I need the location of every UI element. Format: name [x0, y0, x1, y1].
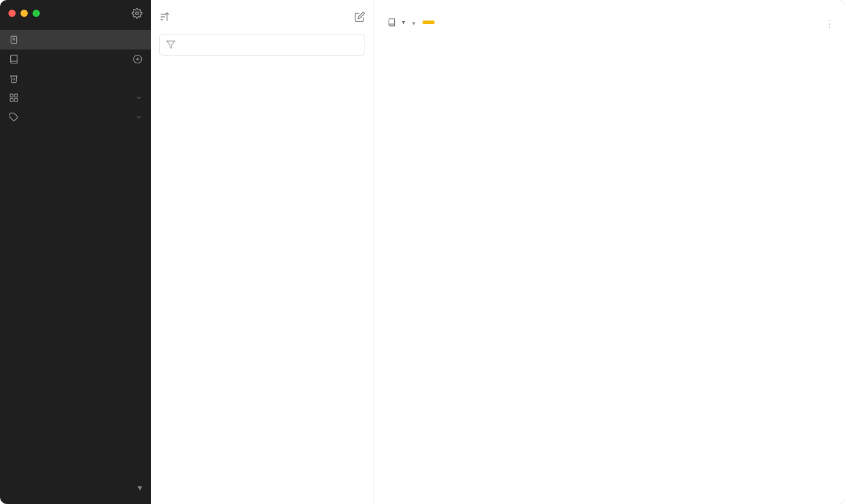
svg-point-0	[136, 12, 139, 15]
svg-rect-10	[14, 98, 18, 101]
sort-icon[interactable]	[159, 11, 170, 22]
window-controls	[0, 0, 151, 27]
code-editor[interactable]	[374, 34, 845, 504]
svg-rect-7	[10, 94, 13, 97]
book-icon	[8, 54, 19, 64]
tag-icon	[8, 112, 19, 122]
gear-icon[interactable]	[132, 8, 142, 19]
editor-tag-pill[interactable]	[422, 21, 435, 24]
status-selector[interactable]: ▾	[412, 17, 415, 27]
note-icon	[8, 35, 19, 45]
notebook-selector[interactable]: ▾	[387, 18, 405, 27]
chevron-down-icon	[135, 113, 142, 121]
close-window-button[interactable]	[8, 10, 16, 17]
nav-tree	[0, 27, 151, 476]
maximize-window-button[interactable]	[33, 10, 40, 17]
editor-title[interactable]	[374, 0, 845, 17]
chevron-down-icon	[135, 94, 142, 101]
sidebar-tags[interactable]	[0, 107, 151, 127]
sidebar-notebooks[interactable]	[0, 49, 151, 69]
sidebar-status[interactable]	[0, 88, 151, 107]
notes-scroll[interactable]	[151, 63, 374, 504]
status-icon	[8, 93, 19, 103]
minimize-window-button[interactable]	[21, 10, 28, 17]
chevron-down-icon: ▾	[412, 20, 415, 27]
add-notebook-icon[interactable]	[133, 54, 142, 64]
editor-panel: ⋮ ▾ ▾	[374, 0, 845, 504]
compose-icon[interactable]	[354, 11, 365, 22]
chevron-down-icon: ▾	[138, 482, 142, 493]
more-icon[interactable]: ⋮	[824, 18, 834, 30]
list-header	[151, 0, 374, 34]
trash-icon	[8, 74, 19, 83]
user-menu[interactable]: ▾	[8, 482, 142, 493]
filter-input-container[interactable]	[159, 34, 365, 56]
svg-rect-9	[10, 98, 13, 101]
filter-icon	[166, 40, 176, 49]
note-list-panel	[151, 0, 374, 504]
sidebar-trash[interactable]	[0, 69, 151, 88]
chevron-down-icon: ▾	[402, 19, 405, 25]
sidebar-footer: ▾	[0, 476, 151, 504]
sidebar: ▾	[0, 0, 151, 504]
editor-meta-bar: ▾ ▾	[374, 17, 845, 34]
svg-rect-8	[14, 94, 18, 97]
filter-input[interactable]	[180, 39, 359, 50]
svg-marker-12	[167, 41, 174, 48]
sidebar-all-notes[interactable]	[0, 30, 151, 49]
